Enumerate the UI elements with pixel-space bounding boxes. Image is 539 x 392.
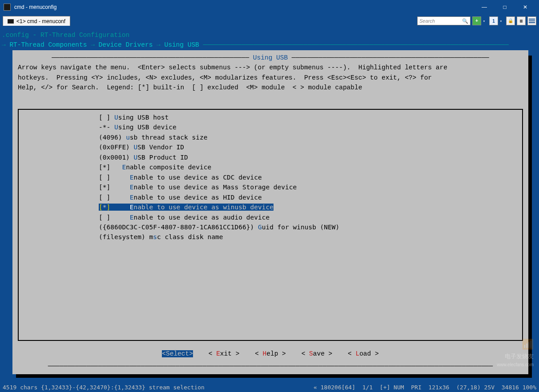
breadcrumb: → RT-Thread Components → Device Drivers … <box>2 40 537 50</box>
terminal-area[interactable]: .config - RT-Thread Configuration → RT-T… <box>0 28 539 382</box>
maximize-button[interactable]: □ <box>495 0 515 14</box>
status-bar: 4519 chars {1,32433}-{42,32470}:{1,32433… <box>0 382 539 392</box>
search-placeholder: Search <box>419 18 435 24</box>
close-button[interactable]: ✕ <box>515 0 535 14</box>
tab-cmd[interactable]: <1> cmd - menuconf <box>3 16 70 26</box>
exit-button[interactable]: < Exit > <box>209 350 240 357</box>
lock-button[interactable]: 🔒 <box>506 16 515 25</box>
action-button-row: <Select> < Exit > < Help > < Save > < Lo… <box>18 346 523 361</box>
app-icon <box>4 4 11 11</box>
config-item-7[interactable]: [*] Enable to use device as Mass Storage… <box>99 182 522 192</box>
config-item-10[interactable]: [ ] Enable to use device as audio device <box>99 212 522 222</box>
config-item-2[interactable]: (4096) usb thread stack size <box>99 132 522 142</box>
config-item-3[interactable]: (0x0FFE) USB Vendor ID <box>99 142 522 152</box>
config-item-1[interactable]: -*- Using USB device <box>99 122 522 132</box>
menuconfig-panel: ────────────────────────────────────────… <box>12 50 528 374</box>
save-button[interactable]: < Save > <box>302 350 333 357</box>
search-icon: 🔍 <box>462 18 468 24</box>
config-item-12[interactable]: (filesystem) msc class disk name <box>99 232 522 242</box>
panel-bottom-border: ────────────────────────────────────────… <box>18 361 523 371</box>
tab-label: <1> cmd - menuconf <box>16 18 65 24</box>
instructions-line-2: hotkeys. Pressing <Y> includes, <N> excl… <box>18 73 523 83</box>
status-left: 4519 chars {1,32433}-{42,32470}:{1,32433… <box>3 384 205 391</box>
minimize-button[interactable]: — <box>474 0 495 14</box>
config-item-9[interactable]: [*] Enable to use device as winusb devic… <box>99 202 522 212</box>
panel-title-row: ────────────────────────────────────────… <box>18 53 523 63</box>
config-item-5[interactable]: [*] Enable composite device <box>99 162 522 172</box>
new-tab-dropdown[interactable]: ▾ <box>483 19 487 23</box>
window-dropdown[interactable]: ▾ <box>500 19 504 23</box>
load-button[interactable]: < Load > <box>348 350 379 357</box>
window-titlebar: cmd - menuconfig — □ ✕ <box>0 0 539 14</box>
select-button[interactable]: <Select> <box>162 350 193 357</box>
instructions-line-3: Help, </> for Search. Legend: [*] built-… <box>18 83 523 92</box>
window-title: cmd - menuconfig <box>14 4 56 10</box>
new-tab-button[interactable]: + <box>472 16 481 25</box>
instructions-line-1: Arrow keys navigate the menu. <Enter> se… <box>18 63 523 72</box>
config-title: .config - RT-Thread Configuration <box>2 30 537 40</box>
config-item-11[interactable]: ({6860DC3C-C05F-4807-8807-1CA861CC1D66})… <box>99 222 522 232</box>
status-right: « 180206[64] 1/1 [+] NUM PRI 121x36 (27,… <box>314 384 536 391</box>
menu-button[interactable] <box>527 16 536 25</box>
copy-button[interactable]: ▥ <box>517 16 526 25</box>
search-input[interactable]: Search 🔍 <box>417 16 471 25</box>
help-button[interactable]: < Help > <box>255 350 286 357</box>
config-item-0[interactable]: [ ] Using USB host <box>99 112 522 122</box>
config-list: [ ] Using USB host-*- Using USB device(4… <box>18 109 523 341</box>
config-item-6[interactable]: [ ] Enable to use device as CDC device <box>99 172 522 182</box>
config-item-8[interactable]: [ ] Enable to use device as HID device <box>99 192 522 202</box>
window-count-button[interactable]: 1 <box>489 16 498 25</box>
config-item-4[interactable]: (0x0001) USB Product ID <box>99 152 522 162</box>
terminal-icon <box>8 19 14 24</box>
toolbar: <1> cmd - menuconf Search 🔍 + ▾ 1 ▾ 🔒 ▥ <box>0 14 539 28</box>
